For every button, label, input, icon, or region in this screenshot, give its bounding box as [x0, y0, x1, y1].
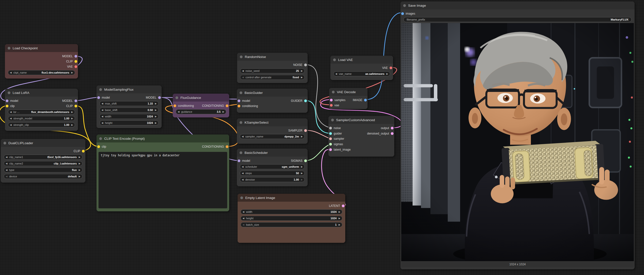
input-slot-guider[interactable] [329, 132, 332, 135]
widget-value[interactable]: 1024 [331, 217, 336, 220]
node-title-bar[interactable]: BasicGuider [237, 89, 308, 97]
widget-filename-prefix[interactable]: filename_prefixMarkuryFLUX [404, 17, 632, 22]
node-title-bar[interactable]: FluxGuidance [173, 94, 229, 102]
decrement-arrow-icon[interactable]: ◀ [102, 109, 103, 111]
widget-base-shift[interactable]: ◀▶base_shift0.50 [100, 108, 159, 113]
increment-arrow-icon[interactable]: ▶ [338, 224, 340, 226]
output-slot-MODEL[interactable] [74, 99, 77, 102]
collapse-dot-icon[interactable] [99, 88, 102, 91]
decrement-arrow-icon[interactable]: ◀ [6, 169, 8, 171]
widget-value[interactable]: sgm_uniform [282, 165, 299, 168]
collapse-dot-icon[interactable] [4, 142, 6, 144]
node-basic-guider[interactable]: BasicGuidermodelGUIDERconditioning [237, 89, 308, 113]
decrement-arrow-icon[interactable]: ◀ [178, 111, 180, 113]
widget-value[interactable]: 0.50 [148, 109, 153, 112]
wire-lora-model-to-msf-model[interactable] [76, 97, 98, 101]
widget-value[interactable]: 3.5 [217, 110, 220, 113]
widget-width[interactable]: ◀▶width1024 [100, 114, 159, 119]
node-basic-scheduler[interactable]: BasicSchedulermodelSIGMAS◀▶schedulersgm_… [237, 149, 308, 186]
node-ksampler-select[interactable]: KSamplerSelectSAMPLER◀▶sampler_namedpmpp… [237, 118, 308, 144]
collapse-dot-icon[interactable] [240, 151, 242, 154]
input-slot-clip[interactable] [97, 145, 100, 148]
input-slot-model[interactable] [97, 96, 100, 99]
output-slot-NOISE[interactable] [304, 63, 307, 66]
widget-value[interactable]: 1.00 [64, 117, 69, 120]
node-model-sampling-flux[interactable]: ModelSamplingFluxmodelMODEL◀▶max_shift1.… [96, 86, 162, 128]
increment-arrow-icon[interactable]: ▶ [338, 217, 340, 219]
output-slot-CLIP[interactable] [74, 60, 77, 63]
input-slot-noise[interactable] [329, 127, 332, 129]
decrement-arrow-icon[interactable]: ◀ [102, 122, 103, 124]
widget-batch-size[interactable]: ◀▶batch_size1 [240, 222, 342, 227]
node-title-bar[interactable]: CLIP Text Encode (Prompt) [96, 135, 229, 142]
node-save-image[interactable]: Save Imageimagesfilename_prefixMarkuryFL… [400, 2, 634, 269]
widget-value[interactable]: 1 [335, 223, 336, 226]
output-slot-LATENT[interactable] [342, 204, 344, 207]
widget-vae-name[interactable]: ◀▶vae_nameae.safetensors [334, 71, 390, 76]
node-title-bar[interactable]: Save Image [400, 2, 634, 10]
decrement-arrow-icon[interactable]: ◀ [6, 175, 8, 178]
collapse-dot-icon[interactable] [333, 59, 336, 61]
widget-value[interactable]: fixed [292, 76, 299, 79]
increment-arrow-icon[interactable]: ▶ [301, 136, 303, 138]
increment-arrow-icon[interactable]: ▶ [71, 72, 73, 74]
input-slot-model[interactable] [6, 99, 8, 102]
output-slot-IMAGE[interactable] [364, 99, 367, 101]
output-slot-SAMPLER[interactable] [304, 129, 307, 132]
widget-value[interactable]: 1.15 [148, 102, 153, 105]
decrement-arrow-icon[interactable]: ◀ [242, 224, 244, 226]
output-slot-CONDITIONING[interactable] [226, 104, 228, 107]
increment-arrow-icon[interactable]: ▶ [338, 211, 340, 213]
output-slot-output[interactable] [391, 127, 394, 129]
increment-arrow-icon[interactable]: ▶ [71, 111, 73, 113]
increment-arrow-icon[interactable]: ▶ [301, 70, 303, 72]
increment-arrow-icon[interactable]: ▶ [386, 73, 388, 75]
node-flux-guidance[interactable]: FluxGuidanceconditioningCONDITIONING◀▶gu… [173, 94, 229, 117]
widget-value[interactable]: 50 [296, 172, 299, 175]
input-slot-sigmas[interactable] [329, 143, 332, 145]
wire-sigmas-to-sca[interactable] [306, 144, 330, 161]
collapse-dot-icon[interactable] [176, 96, 178, 99]
collapse-dot-icon[interactable] [99, 137, 102, 140]
input-slot-latent_image[interactable] [329, 148, 332, 151]
decrement-arrow-icon[interactable]: ◀ [242, 217, 244, 219]
widget-lor-[interactable]: ◀▶lor ...flux_dreambooth.safetensors [8, 110, 75, 114]
input-slot-conditioning[interactable] [238, 105, 240, 107]
decrement-arrow-icon[interactable]: ◀ [242, 70, 244, 72]
increment-arrow-icon[interactable]: ▶ [155, 103, 157, 105]
node-load-lora[interactable]: Load LoRAmodelMODELclipCLIP◀▶lor ...flux… [5, 89, 78, 131]
output-slot-denoised_output[interactable] [391, 132, 394, 135]
collapse-dot-icon[interactable] [240, 91, 242, 94]
widget-ckpt-name[interactable]: ◀▶ckpt_nameflux1-dev.safetensors [8, 70, 75, 75]
widget-value[interactable]: flux1-dev.safetensors [42, 71, 69, 74]
widget-max-shift[interactable]: ◀▶max_shift1.15 [100, 101, 159, 106]
collapse-dot-icon[interactable] [332, 91, 334, 93]
widget-sampler-name[interactable]: ◀▶sampler_namedpmpp_2m [240, 134, 305, 139]
node-title-bar[interactable]: DualCLIPLoader [1, 139, 86, 147]
widget-noise-seed[interactable]: ◀▶noise_seed25 [240, 68, 305, 73]
node-title-bar[interactable]: Load Checkpoint [5, 44, 78, 52]
node-title-bar[interactable]: SamplerCustomAdvanced [328, 116, 394, 124]
input-slot-vae[interactable] [330, 104, 333, 107]
decrement-arrow-icon[interactable]: ◀ [102, 115, 103, 118]
increment-arrow-icon[interactable]: ▶ [155, 109, 157, 111]
output-slot-MODEL[interactable] [158, 96, 161, 99]
node-sampler-custom-advanced[interactable]: SamplerCustomAdvancednoiseoutputguiderde… [328, 116, 394, 157]
increment-arrow-icon[interactable]: ▶ [71, 124, 73, 126]
widget-value[interactable]: flux [72, 168, 77, 171]
increment-arrow-icon[interactable]: ▶ [79, 169, 80, 171]
node-load-checkpoint[interactable]: Load CheckpointMODELCLIPVAE◀▶ckpt_namefl… [5, 44, 78, 79]
increment-arrow-icon[interactable]: ▶ [301, 179, 303, 181]
decrement-arrow-icon[interactable]: ◀ [6, 162, 8, 165]
increment-arrow-icon[interactable]: ▶ [71, 117, 73, 120]
node-title-bar[interactable]: Empty Latent Image [238, 194, 345, 202]
decrement-arrow-icon[interactable]: ◀ [102, 103, 103, 105]
widget-value[interactable]: 1.00 [294, 178, 299, 181]
widget-scheduler[interactable]: ◀▶schedulersgm_uniform [240, 164, 305, 169]
widget-control-after-generate[interactable]: ◀▶control after generatefixed [240, 75, 305, 80]
node-random-noise[interactable]: RandomNoiseNOISE◀▶noise_seed25◀▶control … [237, 53, 308, 83]
node-graph-canvas[interactable]: Load CheckpointMODELCLIPVAE◀▶ckpt_namefl… [0, 0, 644, 275]
input-slot-model[interactable] [238, 99, 240, 102]
widget-height[interactable]: ◀▶height1024 [100, 120, 159, 125]
collapse-dot-icon[interactable] [240, 56, 242, 58]
